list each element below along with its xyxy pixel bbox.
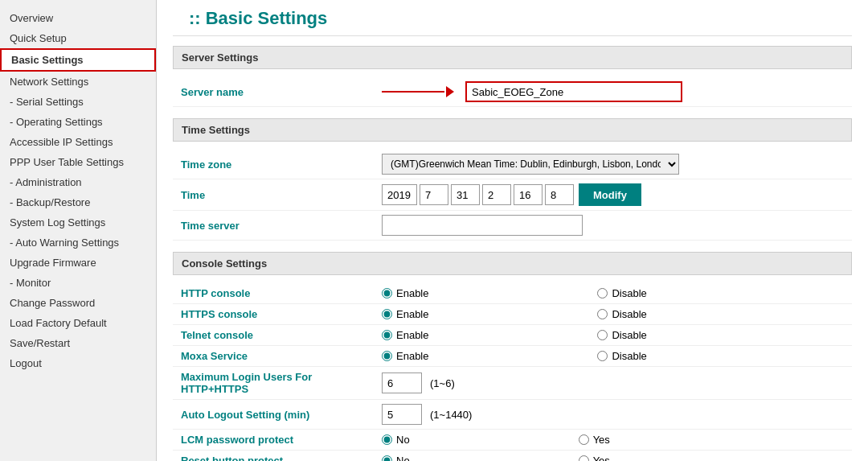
page-title: Basic Settings — [173, 0, 852, 36]
https-enable-option[interactable]: Enable — [382, 308, 428, 320]
reset-label: Reset button protect — [173, 455, 382, 461]
reset-yes-radio[interactable] — [579, 455, 589, 461]
modify-button[interactable]: Modify — [579, 183, 641, 206]
lcm-label: LCM password protect — [173, 434, 382, 446]
sidebar-item-system-log[interactable]: System Log Settings — [0, 212, 156, 233]
https-console-label: HTTPS console — [173, 308, 382, 320]
moxa-service-row: Moxa Service Enable Disable — [173, 346, 852, 367]
reset-no-radio[interactable] — [382, 455, 392, 461]
reset-yes-option[interactable]: Yes — [579, 455, 610, 461]
reset-row: Reset button protect No Yes — [173, 451, 852, 461]
moxa-service-options: Enable Disable — [382, 350, 647, 362]
server-name-row: Server name — [173, 77, 852, 107]
sidebar-item-upgrade-firmware[interactable]: Upgrade Firmware — [0, 253, 156, 273]
timezone-select[interactable]: (GMT)Greenwich Mean Time: Dublin, Edinbu… — [382, 154, 679, 175]
sidebar: OverviewQuick SetupBasic SettingsNetwork… — [0, 0, 157, 461]
https-enable-radio[interactable] — [382, 309, 392, 319]
sidebar-item-monitor[interactable]: - Monitor — [0, 273, 156, 293]
lcm-no-radio[interactable] — [382, 434, 392, 445]
sidebar-item-load-factory[interactable]: Load Factory Default — [0, 313, 156, 333]
https-console-options: Enable Disable — [382, 308, 647, 320]
sidebar-item-basic-settings[interactable]: Basic Settings — [0, 48, 156, 72]
reset-no-option[interactable]: No — [382, 455, 410, 461]
sidebar-item-change-password[interactable]: Change Password — [0, 293, 156, 313]
max-login-input[interactable] — [382, 373, 422, 393]
timezone-row: Time zone (GMT)Greenwich Mean Time: Dubl… — [173, 150, 852, 179]
auto-logout-range: (1~1440) — [430, 409, 472, 421]
main-content: Basic Settings Server Settings Server na… — [157, 0, 868, 461]
timezone-label: Time zone — [173, 158, 382, 171]
lcm-no-option[interactable]: No — [382, 434, 410, 446]
page-title-text: Basic Settings — [206, 8, 328, 29]
server-settings-header: Server Settings — [173, 46, 852, 69]
time-year-input[interactable] — [382, 184, 417, 205]
telnet-enable-radio[interactable] — [382, 330, 392, 340]
http-enable-option[interactable]: Enable — [382, 287, 428, 299]
time-settings-section: Time Settings Time zone (GMT)Greenwich M… — [173, 118, 852, 241]
max-login-range: (1~6) — [430, 377, 455, 389]
http-console-row: HTTP console Enable Disable — [173, 283, 852, 304]
server-name-label: Server name — [173, 86, 382, 98]
moxa-disable-radio[interactable] — [597, 351, 608, 361]
red-arrow-indicator — [382, 84, 454, 100]
https-disable-option[interactable]: Disable — [597, 308, 646, 320]
auto-logout-value-container: (1~1440) — [382, 404, 472, 425]
time-value-container: Modify — [382, 183, 641, 206]
http-disable-option[interactable]: Disable — [597, 287, 646, 299]
time-inputs-group — [382, 184, 574, 205]
sidebar-item-accessible-ip[interactable]: Accessible IP Settings — [0, 132, 156, 152]
console-settings-header: Console Settings — [173, 252, 852, 275]
sidebar-item-quick-setup[interactable]: Quick Setup — [0, 28, 156, 48]
auto-logout-input[interactable] — [382, 404, 422, 425]
time-server-input[interactable] — [382, 215, 583, 236]
time-server-label: Time server — [173, 220, 382, 232]
timezone-value-container: (GMT)Greenwich Mean Time: Dublin, Edinbu… — [382, 154, 679, 175]
time-hour-input[interactable] — [482, 184, 511, 205]
time-row: Time Modify — [173, 179, 852, 211]
lcm-row: LCM password protect No Yes — [173, 430, 852, 451]
sidebar-item-ppp-user[interactable]: PPP User Table Settings — [0, 152, 156, 172]
moxa-service-label: Moxa Service — [173, 350, 382, 362]
telnet-disable-radio[interactable] — [597, 330, 608, 340]
max-login-label: Maximum Login Users For HTTP+HTTPS — [173, 371, 382, 395]
time-minute-input[interactable] — [514, 184, 542, 205]
lcm-options: No Yes — [382, 434, 610, 446]
moxa-disable-option[interactable]: Disable — [597, 350, 646, 362]
time-month-input[interactable] — [420, 184, 448, 205]
sidebar-item-serial-settings[interactable]: - Serial Settings — [0, 92, 156, 112]
sidebar-item-overview[interactable]: Overview — [0, 8, 156, 28]
moxa-enable-option[interactable]: Enable — [382, 350, 428, 362]
moxa-enable-radio[interactable] — [382, 351, 392, 361]
lcm-yes-radio[interactable] — [579, 434, 589, 445]
server-name-value-container — [382, 81, 682, 102]
server-settings-section: Server Settings Server name — [173, 46, 852, 107]
http-disable-radio[interactable] — [597, 288, 608, 298]
time-settings-header: Time Settings — [173, 118, 852, 142]
time-server-value-container — [382, 215, 583, 236]
sidebar-item-logout[interactable]: Logout — [0, 353, 156, 373]
server-name-input[interactable] — [465, 81, 682, 102]
telnet-disable-option[interactable]: Disable — [597, 329, 646, 341]
reset-options: No Yes — [382, 455, 610, 461]
telnet-console-row: Telnet console Enable Disable — [173, 325, 852, 346]
sidebar-item-save-restart[interactable]: Save/Restart — [0, 333, 156, 353]
console-settings-section: Console Settings HTTP console Enable Dis… — [173, 252, 852, 461]
https-console-row: HTTPS console Enable Disable — [173, 304, 852, 325]
time-second-input[interactable] — [545, 184, 574, 205]
http-console-label: HTTP console — [173, 287, 382, 299]
auto-logout-label: Auto Logout Setting (min) — [173, 409, 382, 421]
telnet-enable-option[interactable]: Enable — [382, 329, 428, 341]
max-login-row: Maximum Login Users For HTTP+HTTPS (1~6) — [173, 367, 852, 400]
sidebar-item-network-settings[interactable]: Network Settings — [0, 72, 156, 92]
lcm-yes-option[interactable]: Yes — [579, 434, 610, 446]
time-server-row: Time server — [173, 211, 852, 241]
sidebar-item-auto-warning[interactable]: - Auto Warning Settings — [0, 233, 156, 253]
https-disable-radio[interactable] — [597, 309, 608, 319]
http-enable-radio[interactable] — [382, 288, 392, 298]
max-login-value-container: (1~6) — [382, 373, 455, 393]
sidebar-item-administration[interactable]: - Administration — [0, 172, 156, 192]
time-day-input[interactable] — [451, 184, 480, 205]
sidebar-item-operating-settings[interactable]: - Operating Settings — [0, 112, 156, 132]
telnet-console-label: Telnet console — [173, 329, 382, 341]
sidebar-item-backup-restore[interactable]: - Backup/Restore — [0, 192, 156, 212]
